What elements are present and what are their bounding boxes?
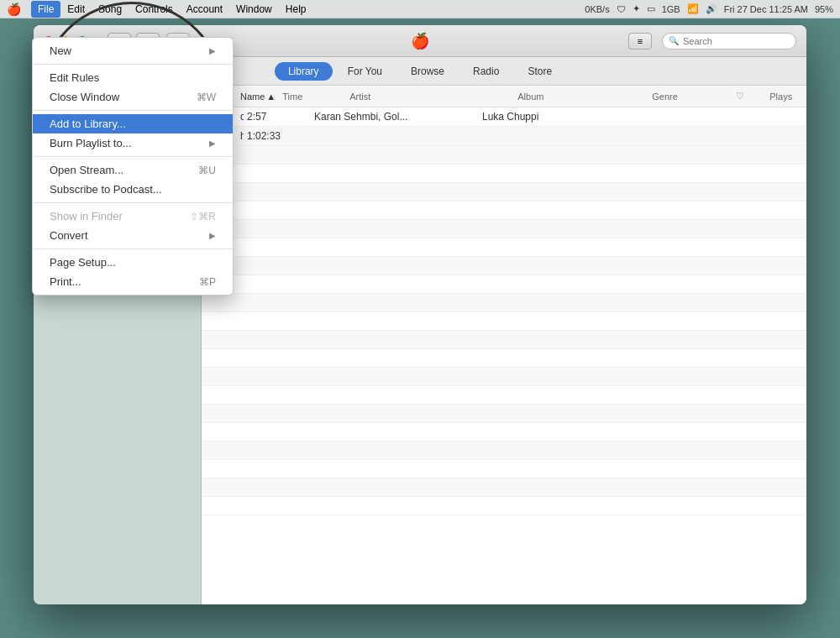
cell-plays [731,115,798,118]
tab-library[interactable]: Library [275,62,333,81]
cell-plays [731,134,798,138]
sidebar: Library ♪ Artists ♬ Albums ♩ Songs ⚙ Gen… [34,86,202,604]
battery-percent: 95% [815,4,833,14]
menu-song[interactable]: Song [92,1,129,18]
cell-name: hor Kumar [237,128,244,144]
empty-stripe-row [202,331,806,349]
tab-radio[interactable]: Radio [459,62,512,81]
airplay-button[interactable]: ⊙ [166,33,190,50]
apple-logo: 🍎 [411,32,429,50]
empty-stripe-row [202,257,806,275]
col-name-label: Name [240,92,265,102]
menu-file[interactable]: File [31,1,60,18]
search-input[interactable] [662,33,796,50]
sidebar-item-get-started-label: Get Started [62,212,113,223]
empty-stripe-row [202,275,806,294]
menubar-right: 0KB/s 🛡 ✦ ▭ 1GB 📶 🔊 Fri 27 Dec 11:25 AM … [585,3,833,14]
col-header-artist[interactable]: Artist [346,89,514,103]
col-header-love[interactable]: ♡ [732,89,766,103]
albums-icon: ♬ [44,128,57,140]
col-header-genre[interactable]: Genre [648,89,732,103]
col-header-time[interactable]: Time [279,89,346,103]
cell-album: Luka Chuppi [479,109,613,124]
artists-icon: ♪ [44,110,57,122]
tab-for-you[interactable]: For You [334,62,396,81]
empty-stripe-row [202,201,806,220]
sidebar-item-albums-label: Albums [62,128,96,140]
col-header-album[interactable]: Album [514,89,648,103]
menu-controls[interactable]: Controls [129,1,180,18]
datetime: Fri 27 Dec 11:25 AM [724,4,808,14]
empty-stripe-row [202,497,806,515]
col-header-name[interactable]: Name ▲ [237,89,279,103]
cell-num: 1 [212,109,237,124]
tab-store[interactable]: Store [514,62,565,81]
table-row[interactable]: 2 hor Kumar 1:02:33 [202,127,806,146]
cell-love[interactable] [697,134,731,138]
back-button[interactable]: ◀ [108,33,131,50]
sort-arrow-icon: ▲ [266,92,276,102]
menu-help[interactable]: Help [279,1,313,18]
empty-stripe-row [202,405,806,423]
title-bar: ◀ ▶ ⊙ 🍎 ≡ 🔍 [34,25,806,57]
menu-account[interactable]: Account [180,1,229,18]
col-header-plays[interactable]: Plays [766,89,806,103]
sidebar-item-artists-label: Artists [62,110,90,122]
menu-window[interactable]: Window [229,1,279,18]
genres-icon: ⚙ [44,165,57,177]
maximize-button[interactable] [77,36,87,46]
itunes-window: ◀ ▶ ⊙ 🍎 ≡ 🔍 Library For You Browse Radio… [34,25,806,604]
cell-album [479,134,613,138]
empty-stripe-row [202,220,806,238]
songs-icon: ♩ [44,147,57,159]
forward-button[interactable]: ▶ [136,33,160,50]
cell-time: 2:57 [244,109,311,124]
close-button[interactable] [44,36,54,46]
empty-stripe-row [202,294,806,312]
cell-genre [613,115,697,118]
battery-label: 1GB [662,4,680,14]
sidebar-section-library: Library ♪ Artists ♬ Albums ♩ Songs ⚙ Gen… [34,86,201,187]
empty-stripe-row [202,349,806,368]
menu-edit[interactable]: Edit [60,1,92,18]
cell-time: 1:02:33 [244,128,311,144]
sidebar-item-genres-label: Genres [62,165,95,177]
empty-stripe-row [202,423,806,442]
title-bar-controls: ◀ ▶ [108,33,160,50]
minimize-button[interactable] [60,36,71,46]
menubar: 🍎 File Edit Song Controls Account Window… [0,0,840,18]
sidebar-item-genres[interactable]: ⚙ Genres [34,162,201,180]
shield-icon: 🛡 [617,4,626,14]
tab-browse[interactable]: Browse [397,62,458,81]
cell-name: oto - DJMaza.US [237,109,244,124]
empty-rows [202,146,806,515]
sidebar-item-albums[interactable]: ♬ Albums [34,125,201,144]
sidebar-section-playlists: Music Playlists ⚙ Get Started [34,187,201,233]
empty-stripe-row [202,238,806,257]
apple-menu[interactable]: 🍎 [7,3,21,16]
display-icon: ▭ [647,3,655,14]
empty-stripe-row [202,146,806,165]
nav-tabs: Library For You Browse Radio Store [34,57,806,86]
list-view-button[interactable]: ≡ [628,33,652,50]
sidebar-item-artists[interactable]: ♪ Artists [34,107,201,125]
sidebar-item-songs[interactable]: ♩ Songs [34,144,201,162]
cell-love[interactable] [697,115,731,118]
empty-stripe-row [202,460,806,478]
empty-stripe-row [202,165,806,183]
network-speed: 0KB/s [585,4,609,14]
table-row[interactable]: 1 oto - DJMaza.US 2:57 Karan Sehmbi, Gol… [202,107,806,127]
get-started-icon: ⚙ [44,212,57,223]
sidebar-item-get-started[interactable]: ⚙ Get Started [34,208,201,227]
empty-stripe-row [202,312,806,331]
volume-icon: 🔊 [706,3,717,14]
empty-stripe-row [202,368,806,386]
bluetooth-icon: ✦ [633,3,640,14]
sidebar-item-songs-label: Songs [62,147,91,159]
cell-genre [613,134,697,138]
search-container: 🔍 [662,33,796,50]
cell-artist [311,134,479,138]
sidebar-header-library: Library [34,92,201,107]
wifi-icon: 📶 [687,3,699,14]
col-header-num: # [212,89,237,103]
